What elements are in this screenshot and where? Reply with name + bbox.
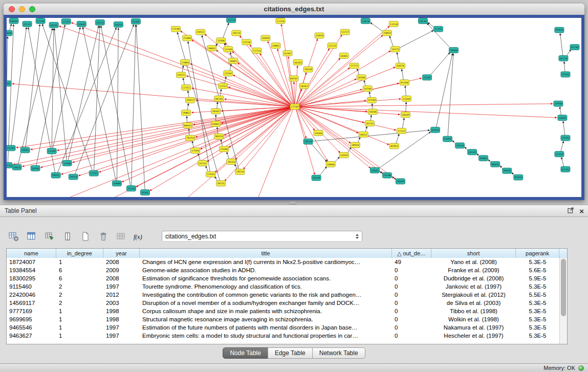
graph-node[interactable]: 32168: [367, 97, 376, 103]
graph-node[interactable]: 76254: [186, 135, 195, 141]
graph-node[interactable]: 21542: [422, 75, 431, 80]
graph-node[interactable]: 59051: [51, 172, 60, 178]
graph-node[interactable]: 90074: [214, 134, 224, 139]
graph-node[interactable]: 20732: [198, 161, 207, 166]
delete-table-button[interactable]: [97, 230, 110, 243]
graph-node[interactable]: 21173: [328, 43, 337, 49]
graph-node[interactable]: 91544: [400, 80, 409, 85]
graph-node[interactable]: 17594: [191, 148, 200, 154]
graph-node[interactable]: 12741: [89, 170, 98, 176]
zoom-button[interactable]: [29, 6, 35, 12]
network-canvas[interactable]: 1724017894205711275120673198618993376254…: [7, 18, 581, 197]
graph-node[interactable]: 12103: [555, 151, 564, 157]
table-row[interactable]: 1872400712008Changes of HCN gene express…: [7, 258, 559, 266]
graph-node[interactable]: 18130: [418, 18, 427, 24]
graph-node[interactable]: 20301: [140, 190, 149, 195]
graph-node[interactable]: 19448: [449, 48, 459, 53]
graph-node[interactable]: 12640: [77, 21, 86, 27]
column-header-short[interactable]: short: [431, 249, 516, 258]
graph-node[interactable]: 18166: [368, 109, 377, 115]
graph-node[interactable]: 16263: [293, 59, 302, 65]
graph-node[interactable]: 92744: [570, 45, 579, 50]
graph-node[interactable]: 18094: [396, 179, 405, 184]
table-source-select[interactable]: citations_edges.txt: [162, 231, 362, 242]
graph-node[interactable]: 21342: [433, 26, 443, 32]
graph-node[interactable]: 19558: [303, 67, 313, 72]
graph-node[interactable]: 20360: [131, 18, 140, 24]
graph-node[interactable]: 12046: [220, 146, 229, 152]
graph-node[interactable]: 85953: [389, 143, 399, 149]
graph-node[interactable]: 16465: [558, 115, 567, 121]
graph-node[interactable]: 92093: [443, 136, 452, 142]
column-header-name[interactable]: name: [7, 249, 56, 258]
graph-node[interactable]: 19861: [182, 110, 191, 116]
graph-node[interactable]: 12189: [47, 148, 56, 154]
column-chooser-button[interactable]: [25, 230, 38, 243]
graph-node[interactable]: 16461: [229, 58, 238, 63]
column-header-pagerank[interactable]: pagerank: [516, 249, 559, 258]
graph-node[interactable]: 17240: [290, 104, 299, 110]
graph-node[interactable]: 96560: [9, 18, 18, 24]
graph-node[interactable]: 18135: [7, 162, 12, 168]
graph-node[interactable]: 18602: [207, 46, 216, 51]
graph-node[interactable]: 15958: [554, 101, 563, 106]
column-header-year[interactable]: year: [103, 249, 140, 258]
graph-node[interactable]: 19565: [20, 147, 30, 153]
graph-node[interactable]: 77737: [397, 128, 406, 134]
tab-edge-table[interactable]: Edge Table: [268, 347, 313, 359]
table-row[interactable]: 969969511998Structural magnetic resonanc…: [7, 315, 559, 323]
graph-node[interactable]: 22131: [23, 21, 32, 27]
graph-node[interactable]: 19184: [314, 130, 323, 136]
column-header-out-degree[interactable]: △ out_de…: [392, 249, 431, 258]
table-scrollbar[interactable]: [559, 258, 567, 344]
graph-node[interactable]: 10105: [561, 135, 570, 141]
tab-network-table[interactable]: Network Table: [312, 347, 365, 359]
column-header-title[interactable]: title: [140, 249, 392, 258]
graph-node[interactable]: 18084: [326, 161, 335, 167]
graph-node[interactable]: 17885: [7, 81, 11, 86]
column-width-button[interactable]: [61, 230, 74, 243]
table-row[interactable]: 1456911722003Disruption of a novel membe…: [7, 299, 559, 307]
graph-node[interactable]: 99463: [479, 156, 488, 161]
graph-node[interactable]: 12226: [242, 39, 251, 45]
minimize-button[interactable]: [19, 6, 25, 12]
graph-node[interactable]: 18302: [211, 108, 221, 114]
graph-node[interactable]: 12148: [36, 18, 45, 24]
table-row[interactable]: 946554611997Estimation of the future num…: [7, 323, 559, 332]
graph-node[interactable]: 92274: [559, 55, 568, 61]
graph-node[interactable]: 18668: [7, 30, 12, 36]
graph-node[interactable]: 12217: [340, 29, 350, 35]
graph-node[interactable]: 18133: [232, 30, 241, 36]
graph-node[interactable]: 18205: [49, 22, 58, 28]
graph-node[interactable]: 20016: [114, 21, 123, 27]
graph-node[interactable]: 16514: [235, 169, 245, 174]
graph-node[interactable]: 15326: [126, 186, 136, 191]
float-panel-icon[interactable]: [568, 206, 574, 215]
graph-node[interactable]: 17894: [181, 59, 190, 65]
graph-node[interactable]: 17033: [206, 171, 215, 177]
graph-node[interactable]: 12751: [182, 85, 191, 91]
graph-node[interactable]: 89933: [183, 123, 192, 128]
graph-node[interactable]: 67919: [430, 127, 440, 133]
new-table-button[interactable]: [79, 230, 92, 243]
graph-node[interactable]: 93867: [211, 121, 221, 127]
network-window-titlebar[interactable]: citations_edges.txt: [4, 4, 584, 15]
graph-node[interactable]: 16949: [261, 35, 270, 41]
graph-node[interactable]: 19014: [69, 174, 78, 180]
graph-node[interactable]: 74850: [382, 30, 391, 36]
graph-node[interactable]: 76154: [227, 159, 236, 165]
table-row[interactable]: 2242004622012Investigating the contribut…: [7, 291, 559, 299]
graph-node[interactable]: 18136: [312, 175, 321, 181]
graph-node[interactable]: 18134: [303, 139, 313, 144]
close-panel-icon[interactable]: ×: [579, 207, 584, 215]
graph-node[interactable]: 19118: [455, 143, 465, 148]
graph-node[interactable]: 29557: [359, 132, 368, 137]
graph-node[interactable]: 11254: [276, 18, 285, 24]
graph-node[interactable]: 21624: [361, 18, 370, 24]
graph-node[interactable]: 20673: [186, 97, 195, 103]
tab-node-table[interactable]: Node Table: [223, 347, 268, 359]
table-scrollbar-thumb[interactable]: [561, 259, 566, 316]
graph-node[interactable]: 12752: [219, 83, 228, 89]
function-builder-button[interactable]: f(x): [133, 230, 146, 243]
graph-node[interactable]: 19143: [561, 72, 570, 77]
